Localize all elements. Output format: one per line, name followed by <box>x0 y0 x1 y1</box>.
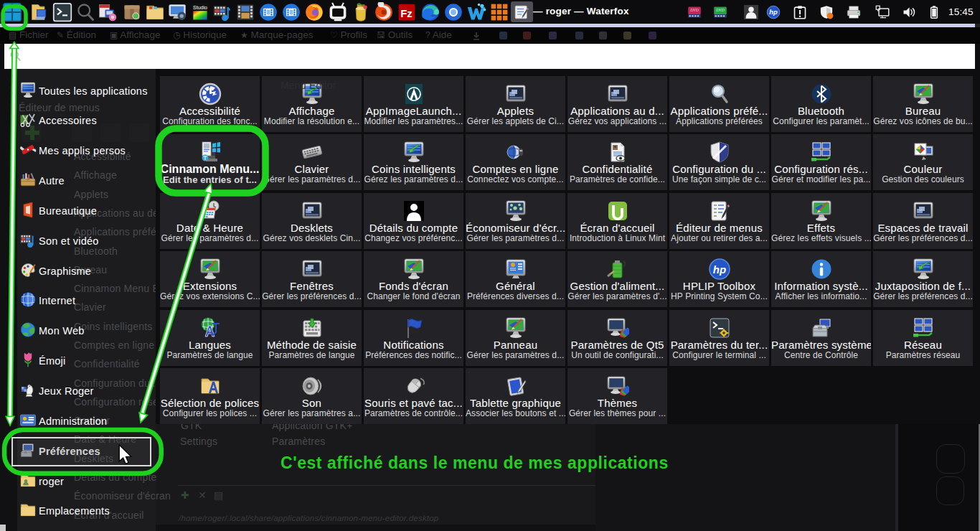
svg-text:DVD: DVD <box>715 8 725 12</box>
svg-text:Studio: Studio <box>193 5 207 10</box>
svg-text:hp: hp <box>769 9 778 16</box>
svg-text:Fz: Fz <box>400 8 413 19</box>
svg-text:DVD: DVD <box>689 8 699 12</box>
